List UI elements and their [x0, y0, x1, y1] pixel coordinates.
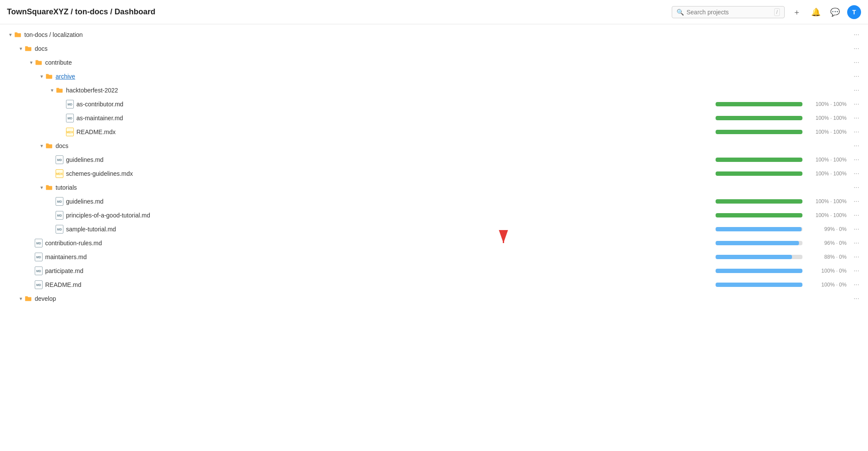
progress-bar: [716, 255, 802, 259]
more-button[interactable]: ···: [852, 72, 861, 80]
folder-label[interactable]: archive: [56, 73, 852, 80]
more-button[interactable]: ···: [852, 211, 861, 219]
row-right: ···: [852, 184, 861, 191]
progress-bar: [716, 102, 802, 106]
more-button[interactable]: ···: [852, 86, 861, 94]
progress-text: 100% · 100%: [808, 101, 847, 107]
progress-text: 99% · 0%: [808, 226, 847, 232]
folder-icon: [24, 295, 32, 302]
avatar-button[interactable]: T: [847, 5, 861, 19]
chevron-icon[interactable]: [28, 59, 35, 66]
row-right: 100% · 100% ···: [716, 100, 861, 108]
empty-chevron: [49, 198, 56, 205]
more-button[interactable]: ···: [852, 253, 861, 261]
more-button[interactable]: ···: [852, 45, 861, 53]
list-item[interactable]: docs ···: [0, 42, 868, 56]
chevron-icon[interactable]: [38, 73, 45, 80]
folder-icon: [14, 31, 22, 38]
row-right: 99% · 0% ···: [716, 225, 861, 233]
folder-icon: [45, 73, 53, 80]
list-item: MDguidelines.md 100% · 100% ···: [0, 153, 868, 167]
file-md-icon: MD: [56, 197, 63, 206]
row-right: 100% · 100% ···: [716, 114, 861, 122]
list-item: MDas-contributor.md 100% · 100% ···: [0, 97, 868, 111]
list-item[interactable]: contribute ···: [0, 56, 868, 69]
folder-label: contribute: [45, 59, 852, 66]
more-button[interactable]: ···: [852, 114, 861, 122]
folder-label: docs: [35, 45, 852, 52]
list-item[interactable]: hacktoberfest-2022 ···: [0, 83, 868, 97]
folder-label: tutorials: [56, 184, 852, 191]
progress-text: 96% · 0%: [808, 240, 847, 246]
more-button[interactable]: ···: [852, 31, 861, 39]
more-button[interactable]: ···: [852, 281, 861, 289]
file-label: principles-of-a-good-tutorial.md: [66, 212, 716, 219]
file-label: maintainers.md: [45, 253, 716, 260]
empty-chevron: [28, 281, 35, 288]
progress-fill: [716, 269, 802, 273]
bell-button[interactable]: 🔔: [809, 5, 823, 19]
list-item: MDparticipate.md 100% · 0% ···: [0, 264, 868, 278]
progress-bar: [716, 116, 802, 120]
more-button[interactable]: ···: [852, 225, 861, 233]
search-box[interactable]: 🔍 /: [672, 6, 785, 18]
empty-chevron: [49, 212, 56, 219]
folder-label: develop: [35, 295, 852, 302]
plus-button[interactable]: ＋: [790, 5, 804, 19]
folder-icon: [45, 142, 53, 149]
progress-text: 100% · 100%: [808, 212, 847, 218]
more-button[interactable]: ···: [852, 198, 861, 205]
more-button[interactable]: ···: [852, 295, 861, 303]
more-button[interactable]: ···: [852, 184, 861, 191]
empty-chevron: [28, 267, 35, 274]
row-right: 100% · 100% ···: [716, 156, 861, 164]
file-label: sample-tutorial.md: [66, 226, 716, 233]
progress-bar: [716, 199, 802, 204]
progress-fill: [716, 116, 802, 120]
chevron-icon[interactable]: [38, 184, 45, 191]
progress-text: 100% · 100%: [808, 129, 847, 135]
chevron-icon[interactable]: [7, 31, 14, 38]
chevron-icon[interactable]: [49, 87, 56, 94]
list-item[interactable]: ton-docs / localization ···: [0, 28, 868, 42]
list-item[interactable]: docs ···: [0, 139, 868, 153]
folder-icon: [35, 59, 43, 66]
list-item: MDXschemes-guidelines.mdx 100% · 100% ··…: [0, 167, 868, 181]
progress-bar: [716, 283, 802, 287]
file-label: guidelines.md: [66, 198, 716, 205]
progress-text: 100% · 0%: [808, 282, 847, 288]
list-item[interactable]: tutorials ···: [0, 181, 868, 194]
row-right: ···: [852, 59, 861, 66]
progress-fill: [716, 158, 802, 162]
more-button[interactable]: ···: [852, 59, 861, 66]
row-right: ···: [852, 86, 861, 94]
main-content: ton-docs / localization ··· docs ··· con…: [0, 24, 868, 309]
more-button[interactable]: ···: [852, 156, 861, 164]
list-item: MDguidelines.md 100% · 100% ···: [0, 194, 868, 208]
row-right: ···: [852, 295, 861, 303]
more-button[interactable]: ···: [852, 128, 861, 136]
search-input[interactable]: [686, 9, 772, 16]
more-button[interactable]: ···: [852, 170, 861, 178]
list-item[interactable]: develop ···: [0, 292, 868, 306]
progress-text: 100% · 100%: [808, 171, 847, 177]
chevron-icon[interactable]: [17, 45, 24, 52]
file-label: participate.md: [45, 267, 716, 274]
more-button[interactable]: ···: [852, 267, 861, 275]
chat-button[interactable]: 💬: [828, 5, 842, 19]
chevron-icon[interactable]: [38, 142, 45, 149]
row-right: ···: [852, 31, 861, 39]
row-right: 88% · 0% ···: [716, 253, 861, 261]
row-right: 100% · 100% ···: [716, 211, 861, 219]
more-button[interactable]: ···: [852, 239, 861, 247]
list-item: MDas-maintainer.md 100% · 100% ···: [0, 111, 868, 125]
list-item: MDXREADME.mdx 100% · 100% ···: [0, 125, 868, 139]
list-item[interactable]: archive ···: [0, 69, 868, 83]
progress-bar: [716, 227, 802, 231]
progress-fill: [716, 241, 799, 245]
chevron-icon[interactable]: [17, 295, 24, 302]
more-button[interactable]: ···: [852, 142, 861, 150]
file-label: contribution-rules.md: [45, 240, 716, 247]
more-button[interactable]: ···: [852, 100, 861, 108]
folder-icon: [56, 87, 63, 94]
